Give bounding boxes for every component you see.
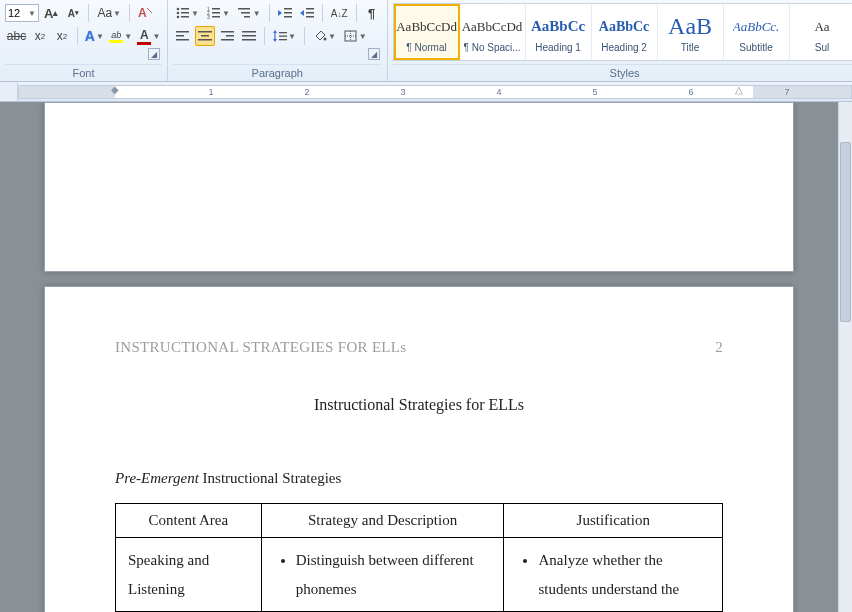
document-title: Instructional Strategies for ELLs — [115, 396, 723, 414]
style-item[interactable]: AaSul — [790, 4, 852, 60]
eraser-icon: A — [138, 6, 154, 20]
running-head: INSTRUCTIONAL STRATEGIES FOR ELLs 2 — [115, 339, 723, 356]
decrease-indent-button[interactable] — [275, 3, 295, 23]
style-preview: AaBbCc. — [733, 12, 780, 42]
style-preview: Aa — [814, 12, 829, 42]
style-item[interactable]: AaBbCcDd¶ No Spaci... — [460, 4, 526, 60]
section-heading-italic: Pre-Emergent — [115, 470, 199, 486]
style-item[interactable]: AaBbCcDd¶ Normal — [394, 4, 460, 60]
strategies-table: Content Area Strategy and Description Ju… — [115, 503, 723, 612]
align-left-button[interactable] — [173, 26, 193, 46]
text-effects-button[interactable]: A▼ — [83, 26, 106, 46]
svg-rect-38 — [279, 39, 287, 40]
multilevel-icon — [238, 7, 252, 19]
strategy-item: Distinguish between different phonemes — [296, 546, 492, 603]
paint-bucket-icon — [313, 30, 327, 42]
superscript-button[interactable]: x2 — [52, 26, 72, 46]
section-heading: Pre-Emergent Instructional Strategies — [115, 470, 723, 487]
justify-button[interactable] — [239, 26, 259, 46]
align-right-button[interactable] — [217, 26, 237, 46]
svg-rect-15 — [241, 12, 250, 14]
svg-rect-5 — [181, 12, 189, 14]
svg-rect-16 — [244, 16, 250, 18]
line-spacing-icon — [273, 30, 287, 42]
style-preview: AaBbCc — [531, 12, 585, 42]
ruler-number: 2 — [304, 87, 309, 97]
increase-indent-button[interactable] — [297, 3, 317, 23]
borders-button[interactable]: ▼ — [341, 26, 370, 46]
grow-font-button[interactable]: A▴ — [41, 3, 61, 23]
clear-formatting-button[interactable]: A — [135, 3, 157, 23]
style-name: Heading 1 — [527, 42, 590, 53]
horizontal-ruler[interactable]: ◆ △ 1234567 — [0, 82, 852, 102]
cell-justification: Analyze whether the students understand … — [504, 538, 723, 612]
align-right-icon — [220, 30, 234, 42]
svg-rect-30 — [226, 35, 234, 37]
style-item[interactable]: AaBbCc.Subtitle — [724, 4, 790, 60]
change-case-button[interactable]: Aa▼ — [94, 3, 124, 23]
svg-rect-27 — [201, 35, 209, 37]
style-item[interactable]: AaBbCcHeading 1 — [526, 4, 592, 60]
style-name: ¶ No Spaci... — [461, 42, 524, 53]
sort-button[interactable]: A↓Z — [328, 3, 351, 23]
paragraph-dialog-launcher[interactable]: ◢ — [368, 48, 380, 60]
font-dialog-launcher[interactable]: ◢ — [148, 48, 160, 60]
ribbon: 12 ▼ A▴ A▾ Aa▼ A abc x2 x2 A▼ — [0, 0, 852, 82]
justification-item: Analyze whether the students understand … — [538, 546, 710, 603]
strikethrough-button[interactable]: abc — [5, 26, 28, 46]
style-item[interactable]: AaBTitle — [658, 4, 724, 60]
subscript-button[interactable]: x2 — [30, 26, 50, 46]
bullets-button[interactable]: ▼ — [173, 3, 202, 23]
styles-group: AaBbCcDd¶ NormalAaBbCcDd¶ No Spaci...AaB… — [388, 0, 852, 81]
right-indent-marker-icon[interactable]: △ — [735, 85, 743, 95]
svg-point-39 — [323, 38, 326, 41]
svg-rect-3 — [181, 8, 189, 10]
highlight-color-button[interactable]: ab ▼ — [108, 26, 134, 46]
svg-rect-35 — [274, 32, 275, 40]
paragraph-group-label: Paragraph — [173, 64, 382, 79]
svg-rect-22 — [306, 16, 314, 18]
svg-point-6 — [177, 16, 180, 19]
page-2[interactable]: INSTRUCTIONAL STRATEGIES FOR ELLs 2 Inst… — [44, 286, 794, 612]
shading-button[interactable]: ▼ — [310, 26, 339, 46]
style-preview: AaBbCcDd — [462, 12, 523, 42]
document-area: INSTRUCTIONAL STRATEGIES FOR ELLs 2 Inst… — [0, 102, 838, 612]
shrink-font-button[interactable]: A▾ — [63, 3, 83, 23]
running-head-text: INSTRUCTIONAL STRATEGIES FOR ELLs — [115, 339, 406, 356]
ruler-track: ◆ △ 1234567 — [18, 85, 852, 99]
svg-rect-20 — [306, 8, 314, 10]
scrollbar-thumb[interactable] — [840, 142, 851, 322]
svg-rect-9 — [212, 8, 220, 10]
table-header-row: Content Area Strategy and Description Ju… — [116, 504, 723, 538]
align-left-icon — [176, 30, 190, 42]
svg-rect-11 — [212, 12, 220, 14]
styles-gallery[interactable]: AaBbCcDd¶ NormalAaBbCcDd¶ No Spaci...AaB… — [393, 3, 852, 61]
align-center-button[interactable] — [195, 26, 215, 46]
vertical-scrollbar[interactable] — [838, 102, 852, 612]
svg-text:A: A — [138, 6, 147, 20]
show-hide-button[interactable]: ¶ — [362, 3, 382, 23]
font-color-button[interactable]: A ▼ — [136, 26, 162, 46]
indent-marker-icon[interactable]: ◆ — [111, 85, 119, 95]
ruler-number: 4 — [496, 87, 501, 97]
bullets-icon — [176, 7, 190, 19]
style-preview: AaBbCc — [599, 12, 650, 42]
align-center-icon — [198, 30, 212, 42]
style-item[interactable]: AaBbCcHeading 2 — [592, 4, 658, 60]
workspace: ◆ △ 1234567 INSTRUCTIONAL STRATEGIES FOR… — [0, 82, 852, 612]
multilevel-list-button[interactable]: ▼ — [235, 3, 264, 23]
justify-icon — [242, 30, 256, 42]
style-preview: AaB — [668, 12, 712, 42]
svg-rect-33 — [242, 35, 256, 37]
line-spacing-button[interactable]: ▼ — [270, 26, 299, 46]
numbering-button[interactable]: 123▼ — [204, 3, 233, 23]
svg-point-4 — [177, 12, 180, 15]
svg-rect-1 — [147, 7, 153, 13]
cell-content-area: Speaking and Listening — [116, 538, 262, 612]
numbering-icon: 123 — [207, 7, 221, 19]
style-name: Heading 2 — [593, 42, 656, 53]
font-size-input[interactable]: 12 ▼ — [5, 4, 39, 22]
borders-icon — [344, 30, 358, 42]
svg-rect-19 — [284, 16, 292, 18]
ruler-number: 6 — [688, 87, 693, 97]
